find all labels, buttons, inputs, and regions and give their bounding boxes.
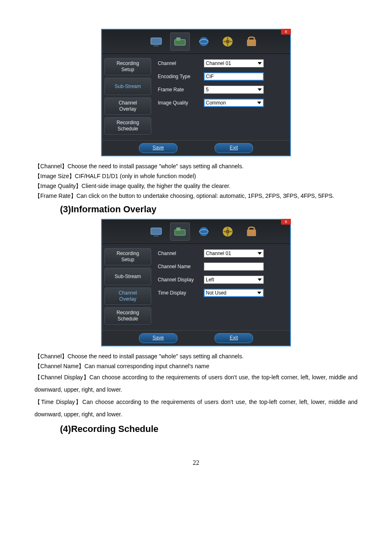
svg-rect-8 xyxy=(247,39,256,46)
svg-rect-1 xyxy=(154,45,159,46)
page-number: 22 xyxy=(35,459,357,466)
toolbar-icon-system[interactable] xyxy=(242,223,261,241)
save-button[interactable]: Save xyxy=(139,333,178,343)
close-button[interactable]: x xyxy=(281,29,291,35)
select-channel-value: Channel 01 xyxy=(206,60,231,66)
select-quality-value: Common xyxy=(206,100,226,106)
exit-button[interactable]: Exit xyxy=(214,333,253,343)
select-channel[interactable]: Channel 01 xyxy=(204,249,264,258)
desc-block-1: 【Channel】Choose the need to install pass… xyxy=(35,161,357,201)
svg-point-4 xyxy=(199,37,208,46)
toolbar-icon-system[interactable] xyxy=(242,32,261,51)
chevron-down-icon xyxy=(257,60,263,66)
toolbar-icon-display[interactable] xyxy=(146,32,166,51)
svg-rect-12 xyxy=(176,227,180,231)
desc-time-display: 【Time Display】Can choose according to th… xyxy=(35,396,357,420)
toolbar-icon-record[interactable] xyxy=(170,223,190,241)
select-time-display-value: Not Used xyxy=(206,290,226,296)
dialog-body: Recording Setup Sub-Stream Channel Overl… xyxy=(102,54,290,140)
svg-rect-10 xyxy=(154,235,159,237)
form-area: Channel Channel 01 Encoding Type CIF xyxy=(154,54,290,140)
desc-image-quality: 【Image Quality】Client-side image quality… xyxy=(35,181,357,191)
select-channel-value: Channel 01 xyxy=(206,251,231,256)
page: x Reco xyxy=(0,0,392,483)
select-time-display[interactable]: Not Used xyxy=(204,289,264,297)
desc-channel-name: 【Channel Name】Can manual corresponding i… xyxy=(35,361,357,371)
sidebar: Recording Setup Sub-Stream Channel Overl… xyxy=(102,244,154,330)
desc-channel: 【Channel】Choose the need to install pass… xyxy=(35,161,357,171)
label-channel: Channel xyxy=(158,251,204,256)
chevron-down-icon xyxy=(257,251,263,256)
heading-info-overlay: (3)Information Overlay xyxy=(60,204,357,215)
chevron-down-icon xyxy=(257,87,263,93)
select-encoding-value: CIF xyxy=(206,74,214,79)
select-encoding[interactable]: CIF xyxy=(204,72,264,81)
substream-dialog: x Reco xyxy=(101,29,291,156)
toolbar-icon-alarm[interactable] xyxy=(218,32,238,51)
select-channel[interactable]: Channel 01 xyxy=(204,59,264,67)
desc-channel: 【Channel】Choose the need to install pass… xyxy=(35,351,357,361)
svg-rect-3 xyxy=(176,37,180,41)
select-framerate-value: 5 xyxy=(206,87,209,93)
dialog1-wrap: x Reco xyxy=(35,29,357,156)
sidebar: Recording Setup Sub-Stream Channel Overl… xyxy=(102,54,154,140)
svg-point-7 xyxy=(226,39,230,44)
dialog2-wrap: x Recording Set xyxy=(35,219,357,346)
sidebar-channel-overlay[interactable]: Channel Overlay xyxy=(104,288,151,305)
label-channel: Channel xyxy=(158,60,204,66)
select-channel-display-value: Left xyxy=(206,277,214,283)
toolbar xyxy=(102,30,290,54)
chevron-down-icon xyxy=(256,290,262,296)
select-channel-display[interactable]: Left xyxy=(204,276,264,284)
svg-point-16 xyxy=(226,230,230,234)
sidebar-recording-setup[interactable]: Recording Setup xyxy=(104,58,151,75)
dialog-footer: Save Exit xyxy=(102,330,290,346)
desc-image-size: 【Image Size】CIF/HALF D1/D1 (only in whol… xyxy=(35,171,357,181)
dialog-body: Recording Setup Sub-Stream Channel Overl… xyxy=(102,244,290,330)
sidebar-sub-stream[interactable]: Sub-Stream xyxy=(104,268,151,285)
toolbar-icon-network[interactable] xyxy=(194,32,214,51)
toolbar-icon-network[interactable] xyxy=(194,223,214,241)
toolbar-icon-display[interactable] xyxy=(146,223,166,241)
label-channel-display: Channel Display xyxy=(158,277,204,283)
sidebar-recording-schedule[interactable]: Recording Schedule xyxy=(104,117,151,135)
heading-recording-schedule: (4)Recording Schedule xyxy=(60,424,357,434)
toolbar-icon-record[interactable] xyxy=(170,32,190,51)
label-quality: Image Quality xyxy=(158,100,204,106)
save-button[interactable]: Save xyxy=(139,143,178,153)
desc-frame-rate: 【Frame Rate】Can click on the button to u… xyxy=(35,191,357,201)
svg-point-13 xyxy=(199,227,208,236)
input-channel-name[interactable] xyxy=(204,262,264,271)
desc-channel-display: 【Channel Display】Can choose according to… xyxy=(35,371,357,396)
select-quality[interactable]: Common xyxy=(204,99,264,107)
chevron-down-icon xyxy=(257,277,263,283)
desc-block-2: 【Channel】Choose the need to install pass… xyxy=(35,351,357,420)
chevron-down-icon xyxy=(256,100,262,106)
close-button[interactable]: x xyxy=(281,219,291,225)
overlay-dialog: x Recording Set xyxy=(101,219,291,346)
sidebar-channel-overlay[interactable]: Channel Overlay xyxy=(104,97,151,115)
sidebar-sub-stream[interactable]: Sub-Stream xyxy=(104,78,151,95)
label-time-display: Time Display xyxy=(158,290,204,296)
toolbar-icon-alarm[interactable] xyxy=(218,223,238,241)
label-framerate: Frame Rate xyxy=(158,87,204,93)
sidebar-recording-setup[interactable]: Recording Setup xyxy=(104,248,151,265)
svg-rect-17 xyxy=(247,230,256,236)
label-encoding: Encoding Type xyxy=(158,74,204,79)
toolbar xyxy=(102,220,290,244)
sidebar-recording-schedule[interactable]: Recording Schedule xyxy=(104,307,151,325)
select-framerate[interactable]: 5 xyxy=(204,86,264,94)
svg-rect-9 xyxy=(151,228,161,234)
svg-rect-0 xyxy=(151,38,161,44)
form-area: Channel Channel 01 Channel Name Chan xyxy=(154,244,290,330)
dialog-footer: Save Exit xyxy=(102,140,290,155)
label-channel-name: Channel Name xyxy=(158,264,204,269)
exit-button[interactable]: Exit xyxy=(214,143,253,153)
